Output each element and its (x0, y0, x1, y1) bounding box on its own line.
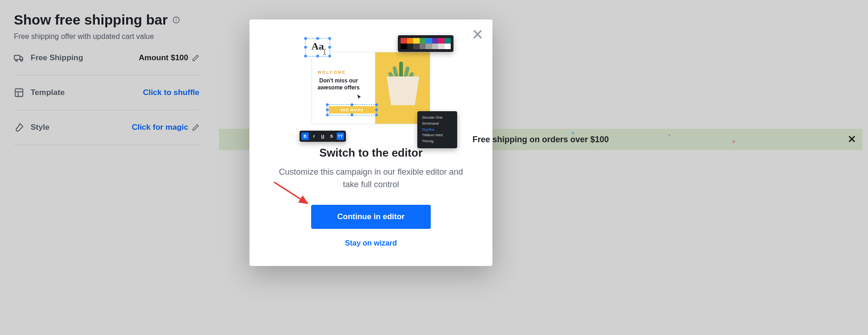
stay-on-wizard-button[interactable]: Stay on wizard (345, 239, 397, 247)
shipping-bar-text: Free shipping on orders over $100 (472, 135, 609, 145)
font-option: Shrikhand (422, 121, 453, 127)
editor-illustration: WELCOME Don't miss ourawesome offers SEE… (301, 38, 440, 135)
modal-body: Customize this campaign in our flexible … (266, 166, 476, 191)
text-cursor-icon (322, 49, 327, 55)
color-palette (398, 35, 453, 52)
font-option: Trirong (422, 139, 453, 145)
italic-button: I (310, 133, 318, 140)
cursor-icon (356, 94, 364, 101)
illus-button-selection: SEE MORE (327, 104, 377, 115)
illus-text-selection: Aa (305, 38, 330, 57)
illus-welcome: WELCOME (318, 70, 346, 75)
strike-button: S (328, 133, 335, 140)
continue-in-editor-button[interactable]: Continue in editor (311, 205, 431, 229)
textcase-button: TT (337, 133, 344, 140)
switch-to-editor-modal: WELCOME Don't miss ourawesome offers SEE… (249, 19, 492, 266)
close-icon[interactable]: ✕ (848, 133, 856, 145)
bold-button: B (301, 133, 309, 140)
font-option: Titillium Web (422, 133, 453, 139)
font-option: Signika (422, 127, 453, 133)
illus-headline: Don't miss ourawesome offers (318, 77, 360, 91)
underline-button: U (319, 133, 326, 140)
font-option: Secular One (422, 115, 453, 121)
font-menu: Secular One Shrikhand Signika Titillium … (417, 111, 457, 148)
format-toolbar: B I U S TT (300, 131, 346, 142)
close-icon[interactable] (471, 28, 484, 41)
modal-title: Switch to the editor (266, 146, 476, 159)
illus-button: SEE MORE (329, 106, 375, 114)
